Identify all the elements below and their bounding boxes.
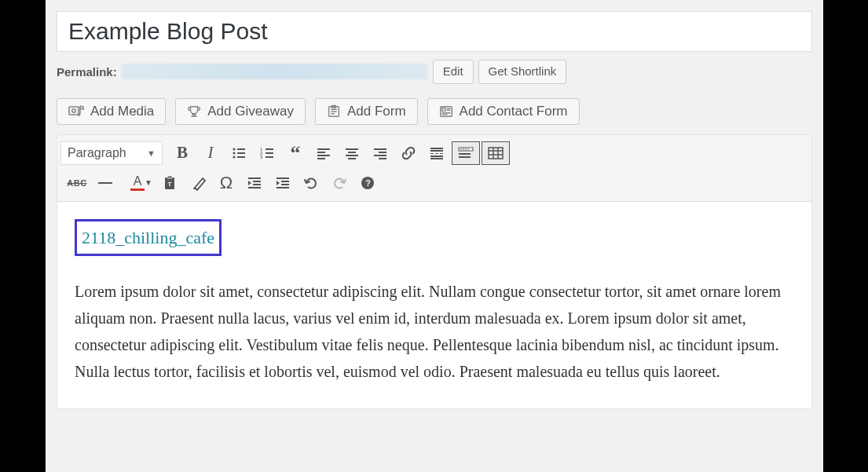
media-buttons-row: Add Media Add Giveaway Add Form [57, 98, 812, 125]
format-select[interactable]: Paragraph ▼ [60, 141, 163, 165]
blockquote-button[interactable]: “ [282, 140, 309, 166]
svg-rect-55 [253, 184, 261, 185]
read-more-button[interactable] [423, 140, 450, 166]
svg-rect-14 [266, 148, 273, 150]
editor-panel: Permalink: Edit Get Shortlink Add Media [46, 0, 823, 472]
toolbar-row-2: ABC A▼ T Ω [60, 168, 808, 198]
toolbar-row-1: Paragraph ▼ B I 123 “ [60, 138, 808, 168]
svg-rect-16 [266, 152, 273, 154]
shortcode-text[interactable]: 2118_chilling_cafe [75, 219, 222, 256]
svg-rect-36 [430, 156, 443, 157]
format-select-value: Paragraph [68, 146, 126, 160]
svg-point-7 [233, 148, 235, 150]
svg-rect-29 [374, 155, 386, 156]
chevron-down-icon: ▼ [147, 148, 156, 158]
add-contact-form-label: Add Contact Form [460, 104, 568, 119]
align-center-button[interactable] [339, 140, 365, 166]
tinymce-editor: Paragraph ▼ B I 123 “ [57, 134, 812, 409]
svg-rect-45 [489, 148, 503, 159]
align-right-button[interactable] [367, 140, 394, 166]
svg-rect-19 [317, 148, 330, 150]
numbered-list-button[interactable]: 123 [254, 140, 280, 166]
bold-button[interactable]: B [169, 140, 196, 166]
paste-text-button[interactable]: T [156, 170, 183, 196]
contact-form-icon [439, 104, 453, 119]
svg-rect-54 [253, 181, 261, 182]
svg-rect-53 [248, 177, 261, 179]
trophy-icon [187, 104, 201, 119]
redo-button[interactable] [326, 170, 353, 196]
svg-rect-25 [346, 155, 358, 156]
outdent-button[interactable] [241, 170, 268, 196]
link-button[interactable] [395, 140, 422, 166]
svg-rect-18 [266, 156, 273, 158]
align-left-button[interactable] [310, 140, 337, 166]
special-char-button[interactable]: Ω [213, 170, 240, 196]
editor-toolbar: Paragraph ▼ B I 123 “ [57, 135, 811, 202]
svg-rect-8 [237, 148, 245, 150]
add-giveaway-button[interactable]: Add Giveaway [175, 98, 306, 125]
svg-point-9 [233, 152, 235, 154]
add-giveaway-label: Add Giveaway [207, 104, 294, 119]
svg-rect-35 [440, 153, 443, 154]
svg-text:?: ? [365, 178, 371, 188]
form-icon [327, 104, 341, 119]
svg-rect-33 [430, 153, 434, 154]
svg-point-2 [78, 113, 81, 116]
svg-text:3: 3 [260, 155, 263, 159]
italic-button[interactable]: I [197, 140, 224, 166]
svg-rect-42 [467, 148, 469, 149]
post-title-input[interactable] [57, 11, 812, 52]
svg-rect-34 [435, 153, 438, 154]
strikethrough-button[interactable]: ABC [64, 170, 90, 196]
svg-text:T: T [168, 181, 172, 188]
undo-button[interactable] [298, 170, 324, 196]
svg-rect-59 [281, 184, 289, 185]
svg-rect-37 [430, 158, 443, 159]
svg-rect-60 [277, 187, 289, 188]
svg-rect-31 [430, 148, 443, 149]
table-button[interactable] [482, 141, 510, 165]
permalink-row: Permalink: Edit Get Shortlink [57, 60, 812, 84]
edit-permalink-button[interactable]: Edit [433, 60, 474, 84]
permalink-label: Permalink: [57, 65, 117, 79]
svg-rect-30 [379, 158, 386, 159]
add-form-label: Add Form [347, 104, 406, 119]
svg-rect-56 [248, 187, 261, 188]
clear-formatting-button[interactable] [185, 170, 211, 196]
horizontal-rule-button[interactable] [92, 170, 119, 196]
svg-rect-28 [379, 152, 386, 153]
text-color-button[interactable]: A▼ [120, 170, 155, 196]
svg-rect-26 [348, 158, 356, 159]
bullet-list-button[interactable] [225, 140, 252, 166]
body-paragraph[interactable]: Lorem ipsum dolor sit amet, consectetur … [75, 278, 794, 385]
get-shortlink-button[interactable]: Get Shortlink [478, 60, 567, 84]
svg-rect-6 [441, 108, 445, 111]
svg-rect-21 [317, 155, 330, 156]
add-form-button[interactable]: Add Form [315, 98, 418, 125]
add-contact-form-button[interactable]: Add Contact Form [427, 98, 580, 125]
svg-rect-32 [430, 150, 443, 152]
help-button[interactable]: ? [354, 170, 381, 196]
svg-point-1 [72, 108, 75, 112]
toolbar-toggle-button[interactable] [452, 141, 480, 165]
svg-point-11 [233, 156, 235, 158]
add-media-button[interactable]: Add Media [57, 98, 166, 125]
svg-rect-41 [465, 148, 467, 149]
svg-rect-23 [346, 148, 358, 150]
svg-rect-44 [459, 156, 471, 158]
svg-rect-57 [277, 177, 289, 179]
svg-rect-22 [317, 158, 325, 159]
svg-rect-10 [237, 152, 245, 154]
svg-rect-20 [317, 152, 325, 153]
camera-music-icon [68, 104, 84, 119]
editor-content-area[interactable]: 2118_chilling_cafe Lorem ipsum dolor sit… [57, 202, 811, 408]
svg-rect-12 [237, 156, 245, 158]
indent-button[interactable] [269, 170, 296, 196]
svg-rect-58 [281, 181, 289, 182]
svg-rect-43 [459, 153, 471, 155]
svg-rect-51 [167, 176, 172, 178]
svg-rect-39 [460, 148, 462, 149]
add-media-label: Add Media [90, 104, 154, 119]
svg-rect-27 [374, 148, 386, 150]
